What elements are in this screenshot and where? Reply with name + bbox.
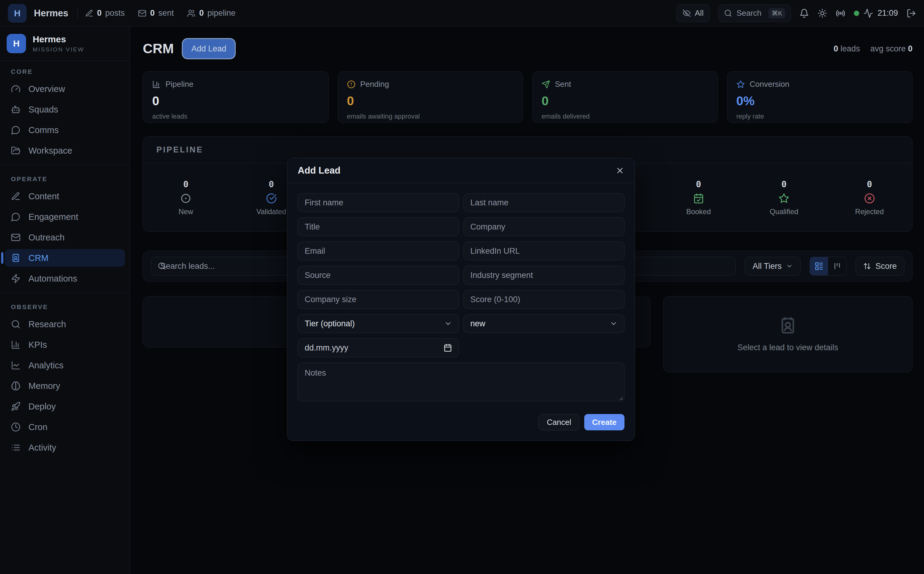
posts-label: posts — [105, 8, 125, 18]
chevron-down-icon — [444, 320, 452, 328]
stage-booked[interactable]: 0 Booked — [656, 179, 741, 216]
contact-card-icon — [11, 253, 21, 263]
sidebar-item-label: Overview — [28, 84, 65, 94]
sidebar-item-squads[interactable]: Squads — [5, 101, 125, 118]
pencil-icon — [11, 191, 21, 201]
stage-qualified[interactable]: 0 Qualified — [741, 179, 826, 216]
kanban-icon — [832, 262, 842, 271]
create-button[interactable]: Create — [584, 414, 624, 430]
logout-icon[interactable] — [907, 8, 916, 18]
topbar-stats: 0 posts 0 sent 0 pipeline — [85, 8, 236, 18]
kanban-view-button[interactable] — [828, 257, 846, 275]
app-title: Hermes — [34, 8, 68, 19]
sidebar-item-workspace[interactable]: Workspace — [5, 142, 125, 159]
visibility-filter-button[interactable]: All — [676, 5, 710, 22]
last-name-input[interactable] — [463, 193, 625, 212]
users-icon — [187, 9, 196, 17]
company-size-input[interactable] — [298, 290, 459, 309]
status-dot — [854, 11, 859, 16]
search-shortcut: ⌘K — [769, 8, 785, 19]
stat-value: 0 — [542, 94, 709, 108]
sidebar-item-research[interactable]: Research — [5, 315, 125, 333]
stat-cards-row: Pipeline 0 active leads Pending 0 emails… — [143, 71, 913, 123]
page-header: CRM Add Lead 0 leads avg score 0 — [143, 39, 913, 59]
theme-sun-icon[interactable] — [818, 8, 827, 18]
sidebar-item-label: Workspace — [28, 146, 72, 156]
list-view-button[interactable] — [810, 257, 828, 275]
date-input[interactable]: dd.mm.yyyy — [298, 338, 459, 357]
sidebar-item-crm[interactable]: CRM — [5, 249, 125, 267]
sidebar-item-analytics[interactable]: Analytics — [5, 356, 125, 374]
linkedin-url-input[interactable] — [463, 242, 625, 260]
status-select[interactable]: new — [463, 314, 625, 333]
industry-segment-input[interactable] — [463, 266, 625, 285]
leads-count: 0 leads — [834, 44, 860, 54]
section-title-operate: OPERATE — [11, 175, 125, 183]
sort-score-button[interactable]: Score — [856, 257, 904, 276]
sidebar-item-deploy[interactable]: Deploy — [5, 398, 125, 415]
sidebar-item-cron[interactable]: Cron — [5, 418, 125, 436]
app-logo: H — [8, 4, 27, 23]
sidebar-item-label: Automations — [28, 274, 77, 284]
star-icon — [736, 80, 745, 88]
send-icon — [542, 80, 550, 88]
notifications-bell-icon[interactable] — [799, 8, 809, 18]
sidebar-item-label: KPIs — [28, 340, 47, 350]
sidebar-item-engagement[interactable]: Engagement — [5, 208, 125, 226]
sidebar-item-label: CRM — [28, 253, 48, 263]
email-input[interactable] — [298, 242, 459, 260]
eye-off-icon — [682, 9, 691, 17]
topbar: H Hermes 0 posts 0 sent 0 pipeline All S… — [0, 0, 924, 27]
tier-filter-dropdown[interactable]: All Tiers — [745, 257, 801, 276]
lead-details-panel: Select a lead to view details — [663, 296, 913, 372]
search-icon — [11, 319, 21, 329]
add-lead-button[interactable]: Add Lead — [183, 39, 235, 58]
tier-select[interactable]: Tier (optional) — [298, 314, 459, 333]
message-circle-icon — [11, 125, 21, 135]
stat-value: 0% — [736, 94, 903, 108]
close-icon[interactable] — [615, 166, 624, 175]
posts-count: 0 — [97, 8, 102, 18]
page-title: CRM — [143, 41, 174, 57]
title-input[interactable] — [298, 218, 459, 236]
stage-new[interactable]: 0 New — [143, 179, 228, 216]
chevron-down-icon — [610, 320, 618, 328]
sidebar-item-label: Memory — [28, 381, 60, 391]
sidebar-section-core: CORE Overview Squads Comms Workspace — [0, 61, 130, 159]
alert-circle-icon — [347, 80, 355, 88]
sidebar-item-label: Engagement — [28, 212, 78, 222]
posts-stat: 0 posts — [85, 8, 125, 18]
bar-chart-icon — [152, 80, 161, 88]
sidebar-item-activity[interactable]: Activity — [5, 439, 125, 456]
section-title-observe: OBSERVE — [11, 303, 125, 311]
sidebar-item-outreach[interactable]: Outreach — [5, 229, 125, 246]
score-input[interactable] — [463, 290, 625, 309]
cancel-button[interactable]: Cancel — [539, 414, 580, 430]
sidebar-item-memory[interactable]: Memory — [5, 377, 125, 395]
sidebar-section-operate: OPERATE Content Engagement Outreach CRM … — [0, 165, 130, 287]
sidebar-item-overview[interactable]: Overview — [5, 80, 125, 98]
sidebar-item-content[interactable]: Content — [5, 188, 125, 205]
sidebar-item-label: Cron — [28, 422, 47, 432]
sidebar-item-automations[interactable]: Automations — [5, 270, 125, 287]
sidebar-item-comms[interactable]: Comms — [5, 121, 125, 139]
global-search-button[interactable]: Search ⌘K — [718, 5, 791, 22]
date-value: dd.mm.yyyy — [305, 343, 348, 353]
sidebar-item-kpis[interactable]: KPIs — [5, 336, 125, 353]
stat-card-pipeline: Pipeline 0 active leads — [143, 71, 329, 123]
stat-sublabel: emails delivered — [542, 112, 709, 120]
add-lead-modal: Add Lead Tier (optional) new dd.mm.yy — [287, 158, 635, 441]
source-input[interactable] — [298, 266, 459, 285]
details-empty-text: Select a lead to view details — [737, 343, 838, 352]
brain-icon — [11, 381, 21, 391]
notes-textarea[interactable] — [298, 363, 624, 401]
broadcast-icon[interactable] — [836, 8, 845, 18]
search-label: Search — [736, 8, 761, 18]
stage-rejected[interactable]: 0 Rejected — [827, 179, 912, 216]
stat-card-sent: Sent 0 emails delivered — [532, 71, 718, 123]
folder-open-icon — [11, 146, 21, 155]
company-input[interactable] — [463, 218, 625, 236]
first-name-input[interactable] — [298, 193, 459, 212]
sidebar-item-label: Analytics — [28, 361, 63, 371]
message-circle-icon — [11, 212, 21, 222]
